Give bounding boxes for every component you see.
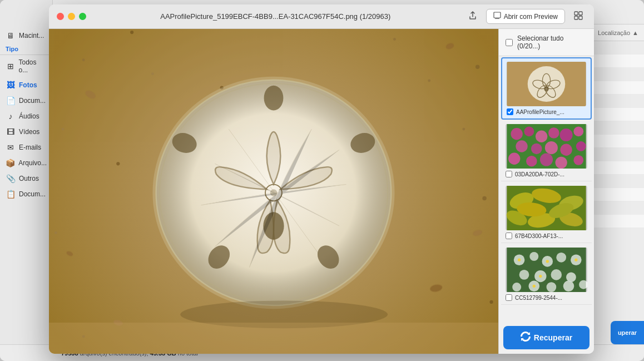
other-icon: 📎 — [6, 174, 16, 183]
partial-recover-label: uperar — [618, 329, 637, 336]
thumbnail-item[interactable]: 67B4D300-AF13-... — [501, 182, 592, 243]
traffic-lights — [57, 13, 86, 20]
thumb-image-wrapper — [506, 186, 587, 230]
sidebar-item-arquivos[interactable]: 📦 Arquivo... — [0, 155, 52, 171]
svg-rect-0 — [494, 12, 501, 18]
svg-rect-4 — [574, 16, 578, 19]
thumb-label-3: 67B4D300-AF13-... — [515, 233, 587, 239]
open-preview-button[interactable]: Abrir com Preview — [486, 9, 565, 24]
svg-rect-1 — [495, 18, 499, 19]
svg-point-106 — [574, 259, 577, 261]
thumb-label-row: AAProfilePicture_... — [507, 108, 586, 115]
thumbnail-list[interactable]: AAProfilePicture_... — [499, 56, 594, 322]
sidebar-item-macintosh: 🖥 Macint... — [0, 28, 52, 43]
thumb-checkbox-4[interactable] — [506, 294, 512, 301]
audio-icon: ♪ — [6, 112, 16, 121]
svg-point-19 — [428, 80, 430, 82]
partial-recover-btn[interactable]: uperar — [611, 321, 644, 344]
thumbnail-item[interactable]: 03DA20DA-702D-... — [501, 121, 592, 181]
svg-point-44 — [264, 86, 284, 111]
clipboard-icon: 📋 — [6, 190, 16, 199]
title-bar: AAProfilePicture_5199EBCF-4BB9...EA-31CA… — [49, 4, 594, 29]
select-all-label: Selecionar tudo (0/20...) — [517, 34, 587, 50]
thumb-label-row: 67B4D300-AF13-... — [506, 233, 587, 239]
sidebar-item-documentos2[interactable]: 📋 Docum... — [0, 186, 52, 202]
svg-point-107 — [539, 275, 542, 278]
select-all-checkbox[interactable] — [506, 39, 513, 46]
close-button[interactable] — [57, 13, 64, 20]
share-button[interactable] — [465, 9, 480, 24]
bg-sidebar: 🖥 Macint... Tipo ⊞ Todos o... 🖼 Fotos 📄 … — [0, 0, 53, 361]
svg-point-17 — [151, 72, 154, 75]
tile-icon — [574, 11, 583, 22]
window-title: AAProfilePicture_5199EBCF-4BB9...EA-31CA… — [92, 12, 459, 21]
sidebar-tipo-header: Tipo — [0, 43, 52, 55]
svg-point-105 — [546, 260, 549, 263]
svg-point-26 — [489, 300, 493, 304]
grid-icon: ⊞ — [6, 62, 15, 71]
svg-point-108 — [533, 285, 536, 288]
svg-point-10 — [130, 31, 133, 34]
maximize-button[interactable] — [79, 13, 86, 20]
thumb-label-1: AAProfilePicture_... — [516, 109, 586, 115]
svg-point-25 — [55, 231, 57, 234]
sidebar-item-audios[interactable]: ♪ Áudios — [0, 108, 52, 124]
main-window: AAProfilePicture_5199EBCF-4BB9...EA-31CA… — [49, 4, 594, 354]
right-panel: Selecionar tudo (0/20...) — [498, 29, 594, 354]
recover-label: Recuperar — [534, 333, 572, 342]
svg-point-59 — [544, 86, 549, 91]
svg-rect-87 — [507, 186, 586, 230]
sidebar-item-emails[interactable]: ✉ E-mails — [0, 140, 52, 155]
preview-area — [49, 29, 498, 354]
svg-point-20 — [475, 65, 479, 69]
thumb-label-row: 03DA20DA-702D-... — [506, 171, 587, 177]
thumb-checkbox-2[interactable] — [506, 171, 512, 177]
svg-rect-51 — [49, 323, 498, 354]
svg-rect-2 — [574, 12, 578, 15]
sidebar-item-documentos[interactable]: 📄 Docum... — [0, 93, 52, 108]
thumbnail-item[interactable]: AAProfilePicture_... — [501, 57, 592, 120]
thumb-label-row: CC512799-2544-... — [506, 294, 587, 301]
thumb-label-2: 03DA20DA-702D-... — [515, 171, 587, 177]
sidebar-item-outros[interactable]: 📎 Outros — [0, 171, 52, 186]
email-icon: ✉ — [6, 143, 16, 152]
window-tile-button[interactable] — [571, 9, 586, 24]
thumb-image-wrapper — [506, 124, 587, 169]
thumb-checkbox-1[interactable] — [507, 108, 513, 115]
thumbnail-item[interactable]: CC512799-2544-... — [501, 244, 592, 305]
preview-icon — [493, 12, 501, 21]
svg-point-15 — [393, 38, 396, 41]
svg-point-11 — [82, 58, 85, 61]
select-all-row: Selecionar tudo (0/20...) — [499, 29, 594, 56]
thumb-image-wrapper — [506, 248, 587, 292]
svg-point-24 — [482, 196, 486, 200]
svg-point-104 — [518, 259, 521, 261]
sort-icon: ▲ — [632, 29, 638, 36]
share-icon — [468, 11, 477, 22]
computer-icon: 🖥 — [6, 31, 16, 40]
col-header-localizacao: Localização ▲ — [598, 29, 638, 36]
svg-point-23 — [462, 128, 465, 131]
sidebar-item-fotos[interactable]: 🖼 Fotos — [0, 77, 52, 93]
thumb-image-wrapper — [507, 62, 586, 106]
svg-rect-3 — [579, 12, 582, 15]
svg-point-22 — [116, 162, 120, 165]
svg-point-21 — [61, 128, 64, 131]
doc-icon: 📄 — [6, 96, 16, 105]
svg-rect-103 — [507, 248, 586, 292]
photo-icon: 🖼 — [6, 81, 16, 90]
archive-icon: 📦 — [6, 159, 15, 167]
video-icon: 🎞 — [6, 127, 16, 136]
thumb-checkbox-3[interactable] — [506, 233, 512, 239]
recover-icon — [521, 332, 531, 344]
window-body: Selecionar tudo (0/20...) — [49, 29, 594, 354]
sidebar-item-videos[interactable]: 🎞 Vídeos — [0, 124, 52, 140]
recover-button[interactable]: Recuperar — [503, 326, 589, 349]
minimize-button[interactable] — [68, 13, 75, 20]
svg-rect-5 — [579, 16, 582, 19]
thumb-label-4: CC512799-2544-... — [515, 295, 587, 301]
open-preview-label: Abrir com Preview — [504, 13, 558, 21]
svg-rect-77 — [507, 124, 586, 169]
sidebar-item-todos[interactable]: ⊞ Todos o... — [0, 55, 52, 77]
